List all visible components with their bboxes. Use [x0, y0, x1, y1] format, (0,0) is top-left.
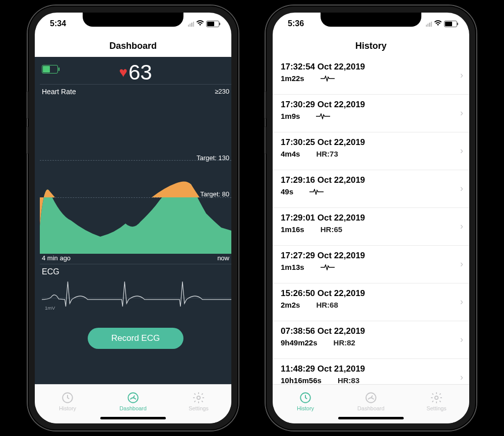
history-timestamp: 17:30:25 Oct 22,2019 [281, 137, 454, 148]
heart-rate-value: 63 [129, 60, 152, 85]
status-right [426, 20, 457, 28]
home-indicator[interactable] [100, 417, 166, 419]
gauge-icon [127, 391, 140, 404]
history-duration: 1m13s [281, 263, 304, 271]
gear-icon [192, 391, 205, 404]
history-row[interactable]: 07:38:56 Oct 22,20199h49m22sHR:82› [273, 321, 469, 359]
history-duration: 1m22s [281, 74, 304, 83]
svg-point-3 [197, 396, 201, 399]
history-hr: HR:68 [316, 301, 338, 309]
status-time: 5:36 [288, 19, 304, 28]
screen-dashboard: 5:34 Dashboard ♥ 63 Heart Rate [35, 13, 231, 423]
chevron-right-icon: › [460, 372, 463, 383]
dashboard-body: ♥ 63 Heart Rate ≥230 Target: 130 Target:… [35, 57, 231, 384]
battery-icon [206, 21, 219, 27]
notch [83, 13, 183, 27]
page-title: History [273, 35, 469, 57]
history-timestamp: 17:32:54 Oct 22,2019 [281, 62, 454, 72]
pulse-icon [316, 113, 330, 119]
gauge-icon [364, 391, 377, 404]
history-timestamp: 17:29:01 Oct 22,2019 [281, 213, 454, 223]
history-duration: 49s [281, 187, 293, 196]
history-row[interactable]: 17:29:01 Oct 22,20191m16sHR:65› [273, 208, 469, 246]
history-row[interactable]: 17:32:54 Oct 22,20191m22s› [273, 57, 469, 95]
gear-icon [430, 391, 443, 404]
history-hr: HR:83 [338, 376, 359, 384]
home-indicator[interactable] [338, 417, 404, 419]
tab-settings[interactable]: Settings [404, 385, 469, 417]
chevron-right-icon: › [460, 108, 463, 118]
history-duration: 4m4s [281, 150, 300, 158]
tab-label: Settings [426, 405, 447, 411]
history-duration: 2m2s [281, 301, 300, 309]
history-hr: HR:82 [334, 338, 355, 347]
chevron-right-icon: › [460, 259, 463, 269]
status-right [188, 20, 219, 28]
chevron-right-icon: › [460, 183, 463, 194]
phone-history: 5:36 History 17:32:54 Oct 22,20191m22s›1… [266, 6, 476, 430]
history-timestamp: 17:29:16 Oct 22,2019 [281, 175, 454, 185]
heart-icon: ♥ [119, 64, 128, 81]
tab-label: History [297, 405, 314, 411]
tab-label: Settings [188, 405, 209, 411]
wifi-icon [196, 20, 204, 28]
page-title: Dashboard [35, 35, 231, 57]
tab-label: Dashboard [357, 405, 385, 411]
tab-dashboard[interactable]: Dashboard [100, 385, 166, 417]
history-row[interactable]: 11:48:29 Oct 21,201910h16m56sHR:83› [273, 359, 469, 384]
history-duration: 1m16s [281, 225, 304, 234]
pulse-icon [321, 264, 335, 270]
wifi-icon [434, 20, 442, 28]
ecg-section-label: ECG [42, 267, 231, 276]
history-timestamp: 17:30:29 Oct 22,2019 [281, 100, 454, 110]
chevron-right-icon: › [460, 221, 463, 232]
tab-settings[interactable]: Settings [166, 385, 231, 417]
battery-icon [444, 21, 457, 27]
history-hr: HR:73 [316, 150, 338, 158]
chevron-right-icon: › [460, 146, 463, 156]
chevron-right-icon: › [460, 334, 463, 345]
history-timestamp: 17:27:29 Oct 22,2019 [281, 251, 454, 261]
history-row[interactable]: 17:27:29 Oct 22,20191m13s› [273, 246, 469, 283]
tab-label: History [59, 405, 76, 411]
status-time: 5:34 [50, 19, 66, 28]
tab-history[interactable]: History [273, 385, 338, 417]
history-row[interactable]: 17:30:25 Oct 22,20194m4sHR:73› [273, 132, 469, 170]
heart-rate-readout: ♥ 63 [40, 61, 231, 84]
history-row[interactable]: 17:30:29 Oct 22,20191m9s› [273, 95, 469, 132]
history-list[interactable]: 17:32:54 Oct 22,20191m22s›17:30:29 Oct 2… [273, 57, 469, 384]
heart-rate-area [40, 85, 231, 264]
chevron-right-icon: › [460, 297, 463, 307]
history-hr: HR:65 [321, 225, 342, 234]
notch [321, 13, 421, 27]
history-duration: 9h49m22s [281, 338, 318, 347]
device-battery-icon [42, 65, 58, 74]
signal-icon [188, 21, 194, 27]
history-duration: 10h16m56s [281, 376, 322, 384]
tab-dashboard[interactable]: Dashboard [338, 385, 404, 417]
phone-dashboard: 5:34 Dashboard ♥ 63 Heart Rate [28, 6, 238, 430]
signal-icon [426, 21, 432, 27]
tab-label: Dashboard [119, 405, 147, 411]
history-timestamp: 11:48:29 Oct 21,2019 [281, 364, 454, 374]
screen-history: 5:36 History 17:32:54 Oct 22,20191m22s›1… [273, 13, 469, 423]
heart-rate-chart[interactable]: Heart Rate ≥230 Target: 130 Target: 80 3… [40, 84, 231, 264]
tab-history[interactable]: History [35, 385, 100, 417]
record-ecg-button[interactable]: Record ECG [88, 328, 183, 349]
pulse-icon [309, 189, 324, 195]
ecg-section[interactable]: ECG 1mV [40, 264, 231, 322]
chevron-right-icon: › [460, 70, 463, 81]
ecg-scale-label: 1mV [45, 305, 55, 311]
clock-icon [61, 391, 74, 404]
svg-point-6 [435, 396, 438, 399]
history-row[interactable]: 17:29:16 Oct 22,201949s› [273, 170, 469, 208]
history-row[interactable]: 15:26:50 Oct 22,20192m2sHR:68› [273, 283, 469, 321]
pulse-icon [321, 76, 335, 82]
history-duration: 1m9s [281, 112, 300, 120]
history-timestamp: 15:26:50 Oct 22,2019 [281, 288, 454, 299]
ecg-trace: 1mV [42, 276, 231, 320]
clock-icon [299, 391, 312, 404]
history-timestamp: 07:38:56 Oct 22,2019 [281, 326, 454, 336]
